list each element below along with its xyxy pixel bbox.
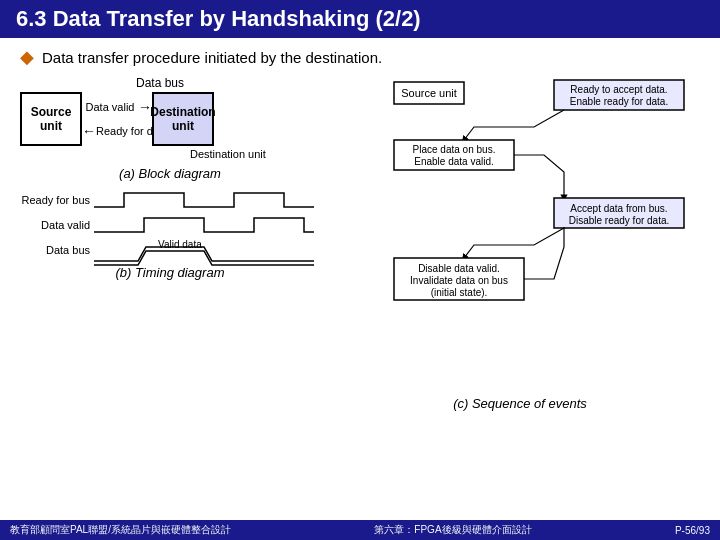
- timing-signal-ready: [94, 189, 320, 211]
- sequence-diagram-title: (c) Sequence of events: [334, 396, 706, 411]
- source-unit-box: Sourceunit: [20, 92, 82, 146]
- sequence-diagram: Source unit Ready to accept data. Enable…: [334, 72, 706, 392]
- svg-text:Accept data from bus.: Accept data from bus.: [570, 203, 667, 214]
- dest-unit-note: Destination unit: [190, 148, 320, 160]
- timing-label-ready: Ready for bus: [20, 194, 90, 206]
- timing-diagram-title: (b) Timing diagram: [20, 265, 320, 280]
- timing-signal-databus: Valid data: [94, 239, 320, 261]
- subtitle: ◆ Data transfer procedure initiated by t…: [0, 38, 720, 72]
- timing-label-databus: Data bus: [20, 244, 90, 256]
- svg-text:Source unit: Source unit: [401, 87, 457, 99]
- timing-label-datavalid: Data valid: [20, 219, 90, 231]
- arrows-column: Data valid → ← Ready for data: [82, 99, 152, 139]
- footer-left: 教育部顧問室PAL聯盟/系統晶片與嵌硬體整合設計: [10, 523, 231, 537]
- footer-center: 第六章：FPGA後級與硬體介面設計: [374, 523, 531, 537]
- svg-text:Enable data valid.: Enable data valid.: [414, 156, 494, 167]
- timing-row-databus: Data bus Valid data: [20, 239, 320, 261]
- svg-text:Enable ready for data.: Enable ready for data.: [570, 96, 668, 107]
- left-panel: Data bus Sourceunit Data valid → ← Ready…: [10, 72, 330, 411]
- left-arrow: ←: [82, 123, 96, 139]
- timing-row-ready: Ready for bus: [20, 189, 320, 211]
- valid-data-label: Valid data: [158, 239, 202, 250]
- timing-area: Ready for bus Data valid: [10, 185, 330, 280]
- data-bus-label: Data bus: [80, 76, 240, 90]
- svg-text:Place data on bus.: Place data on bus.: [413, 144, 496, 155]
- footer: 教育部顧問室PAL聯盟/系統晶片與嵌硬體整合設計 第六章：FPGA後級與硬體介面…: [0, 520, 720, 540]
- page-title: 6.3 Data Transfer by Handshaking (2/2): [0, 0, 720, 38]
- svg-text:Disable ready for data.: Disable ready for data.: [569, 215, 670, 226]
- timing-row-datavalid: Data valid: [20, 214, 320, 236]
- dest-unit-box: Destinationunit: [152, 92, 214, 146]
- block-diagram-area: Data bus Sourceunit Data valid → ← Ready…: [10, 72, 330, 181]
- bullet-diamond: ◆: [20, 46, 34, 68]
- timing-signal-datavalid: [94, 214, 320, 236]
- footer-right: P-56/93: [675, 525, 710, 536]
- svg-text:Invalidate data on bus: Invalidate data on bus: [410, 275, 508, 286]
- svg-text:Ready to accept data.: Ready to accept data.: [570, 84, 667, 95]
- svg-text:(initial state).: (initial state).: [431, 287, 488, 298]
- svg-text:Disable data valid.: Disable data valid.: [418, 263, 500, 274]
- data-valid-label: Data valid: [82, 101, 138, 113]
- block-diagram-title: (a) Block diagram: [20, 166, 320, 181]
- right-panel: Source unit Ready to accept data. Enable…: [330, 72, 710, 411]
- block-row: Sourceunit Data valid → ← Ready for data…: [20, 92, 320, 146]
